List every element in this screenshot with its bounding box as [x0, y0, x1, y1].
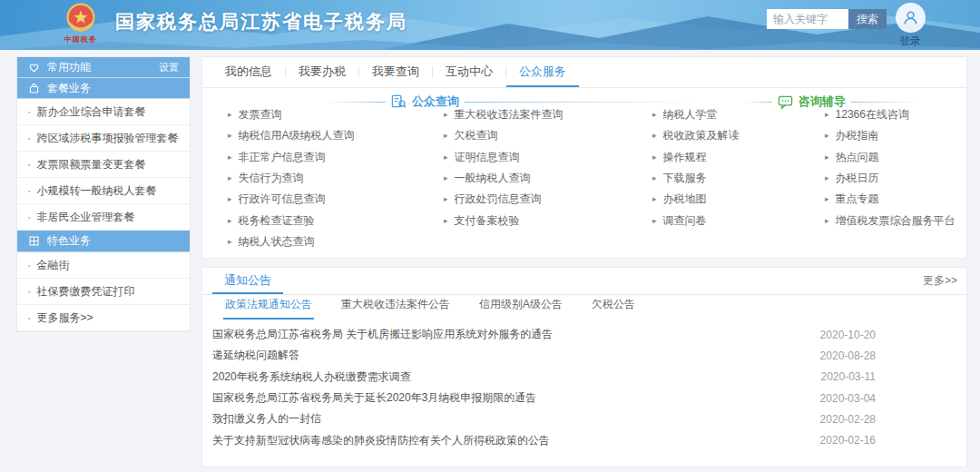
divider-line	[851, 102, 920, 103]
link-item[interactable]: ▸ 增值税发票综合服务平台	[825, 210, 966, 231]
subtab-credit-a[interactable]: 信用级别A级公告	[477, 297, 564, 320]
link-item[interactable]: ▸ 下载服务	[652, 168, 819, 189]
link-label: 纳税人学堂	[663, 107, 718, 123]
sidebar-header-common[interactable]: 常用功能 设置	[17, 57, 190, 78]
arrow-icon: ▸	[228, 153, 232, 162]
login-area[interactable]: 登录	[892, 3, 928, 49]
search-input[interactable]	[767, 9, 848, 29]
link-item[interactable]: ▸ 行政许可信息查询	[228, 189, 438, 210]
sidebar-item-label: 小规模转一般纳税人套餐	[36, 183, 156, 199]
link-item[interactable]: ▸ 调查问卷	[652, 210, 819, 231]
arrow-icon: ▸	[444, 153, 448, 162]
link-item[interactable]: ▸ 发票查询	[228, 104, 438, 125]
notice-title-link[interactable]: 关于支持新型冠状病毒感染的肺炎疫情防控有关个人所得税政策的公告	[212, 433, 802, 448]
link-label: 支付备案校验	[455, 213, 520, 229]
notice-date: 2020-03-04	[820, 392, 876, 405]
sidebar-item[interactable]: ▪ 新办企业综合申请套餐	[17, 99, 190, 125]
search-box: 搜索	[767, 9, 887, 29]
link-item[interactable]: ▸ 操作规程	[652, 147, 819, 168]
link-label: 办税指南	[836, 128, 879, 143]
login-label[interactable]: 登录	[892, 34, 928, 49]
arrow-icon: ▸	[652, 195, 657, 203]
link-label: 非正常户信息查询	[239, 150, 326, 165]
search-button[interactable]: 搜索	[848, 9, 887, 29]
notice-title-link[interactable]: 递延纳税问题解答	[212, 348, 802, 363]
sidebar-item[interactable]: ▪ 发票限额票量变更套餐	[17, 152, 190, 178]
avatar-button[interactable]	[896, 3, 926, 33]
subtab-policy-notices[interactable]: 政策法规通知公告	[223, 297, 314, 320]
notice-row: 致扣缴义务人的一封信 2020-02-28	[202, 408, 966, 429]
notice-date: 2020-08-28	[820, 349, 876, 362]
sidebar-item[interactable]: ▪ 跨区域涉税事项报验管理套餐	[17, 125, 190, 152]
link-item[interactable]: ▸ 纳税人状态查询	[228, 231, 438, 252]
link-item[interactable]: ▸ 重大税收违法案件查询	[444, 104, 647, 125]
link-item[interactable]: ▸ 税收政策及解读	[652, 125, 819, 146]
notice-title-link[interactable]: 2020年税务系统纳税人办税缴费需求调查	[212, 369, 803, 385]
sidebar-item-label: 新办企业综合申请套餐	[36, 104, 145, 120]
sidebar: 常用功能 设置 套餐业务 ▪ 新办企业综合申请套餐 ▪	[16, 56, 191, 332]
bullet-icon: ▪	[28, 289, 30, 295]
notice-date: 2020-03-11	[821, 370, 877, 383]
link-item[interactable]: ▸ 纳税信用A级纳税人查询	[228, 125, 438, 146]
tab-query[interactable]: 我要查询	[359, 57, 432, 87]
notice-title-link[interactable]: 国家税务总局江苏省税务局关于延长2020年3月纳税申报期限的通告	[212, 390, 802, 406]
link-label: 重点专题	[836, 192, 879, 207]
link-item[interactable]: ▸ 12366在线咨询	[825, 104, 966, 125]
link-item[interactable]: ▸ 失信行为查询	[228, 168, 438, 189]
notice-title-link[interactable]: 致扣缴义务人的一封信	[212, 411, 802, 427]
notice-title-link[interactable]: 国家税务总局江苏省税务局 关于机房搬迁影响应用系统对外服务的通告	[212, 327, 802, 342]
link-item[interactable]: ▸ 办税地图	[652, 189, 819, 210]
sidebar-item[interactable]: ▪ 更多服务>>	[17, 305, 190, 331]
sidebar-item[interactable]: ▪ 社保费缴费凭证打印	[17, 279, 190, 305]
sidebar-item-label: 社保费缴费凭证打印	[36, 284, 134, 300]
bullet-icon: ▪	[28, 162, 30, 168]
link-item[interactable]: ▸ 行政处罚信息查询	[444, 189, 647, 210]
sidebar-header-label: 套餐业务	[47, 81, 91, 96]
more-link[interactable]: 更多>>	[923, 273, 957, 289]
arrow-icon: ▸	[652, 174, 657, 182]
grid-icon	[28, 235, 40, 247]
link-item[interactable]: ▸ 税务检查证查验	[228, 210, 438, 231]
link-item[interactable]: ▸ 欠税查询	[444, 125, 647, 146]
sidebar-item[interactable]: ▪ 金融街	[17, 252, 190, 279]
link-item[interactable]: ▸ 热点问题	[825, 147, 966, 168]
link-item[interactable]: ▸ 重点专题	[825, 189, 966, 210]
logo-caption: 中国税务	[56, 34, 105, 44]
tab-interaction-center[interactable]: 互动中心	[433, 57, 505, 87]
notice-title-tab[interactable]: 通知公告	[212, 268, 283, 294]
notice-date: 2020-02-16	[820, 434, 876, 447]
subtab-tax-arrears[interactable]: 欠税公告	[590, 297, 637, 320]
arrow-icon: ▸	[825, 153, 829, 162]
sidebar-item[interactable]: ▪ 小规模转一般纳税人套餐	[17, 178, 190, 204]
link-item[interactable]: ▸ 支付备案校验	[444, 210, 647, 231]
sidebar-item[interactable]: ▪ 非居民企业管理套餐	[17, 204, 190, 231]
bullet-icon: ▪	[28, 109, 30, 115]
bullet-icon: ▪	[28, 262, 30, 269]
link-label: 纳税信用A级纳税人查询	[239, 128, 355, 143]
notice-row: 递延纳税问题解答 2020-08-28	[202, 345, 966, 366]
link-label: 税收政策及解读	[663, 128, 740, 143]
link-label: 证明信息查询	[455, 150, 520, 165]
settings-link[interactable]: 设置	[159, 61, 179, 74]
link-item[interactable]: ▸ 纳税人学堂	[652, 104, 819, 125]
sidebar-header-special[interactable]: 特色业务	[17, 231, 190, 252]
sidebar-item-label: 跨区域涉税事项报验管理套餐	[36, 131, 178, 146]
link-item[interactable]: ▸ 非正常户信息查询	[228, 147, 438, 168]
link-item[interactable]: ▸ 一般纳税人查询	[444, 168, 647, 189]
site-title: 国家税务总局江苏省电子税务局	[115, 0, 407, 44]
link-item[interactable]: ▸ 办税日历	[825, 168, 966, 189]
tab-public-service[interactable]: 公众服务	[506, 57, 579, 87]
link-label: 下载服务	[663, 171, 707, 186]
sidebar-special-items: ▪ 金融街 ▪ 社保费缴费凭证打印 ▪ 更多服务>>	[17, 252, 190, 331]
tab-tax-handling[interactable]: 我要办税	[286, 57, 358, 87]
arrow-icon: ▸	[652, 217, 657, 225]
link-item[interactable]: ▸ 办税指南	[825, 125, 966, 146]
link-label: 纳税人状态查询	[239, 234, 315, 250]
subtab-major-violation[interactable]: 重大税收违法案件公告	[339, 297, 452, 320]
link-item[interactable]: ▸ 证明信息查询	[444, 147, 647, 168]
tab-my-info[interactable]: 我的信息	[212, 57, 285, 87]
arrow-icon: ▸	[825, 132, 829, 140]
link-label: 行政处罚信息查询	[455, 192, 542, 207]
sidebar-header-package[interactable]: 套餐业务	[17, 78, 190, 99]
divider-line	[465, 102, 704, 103]
